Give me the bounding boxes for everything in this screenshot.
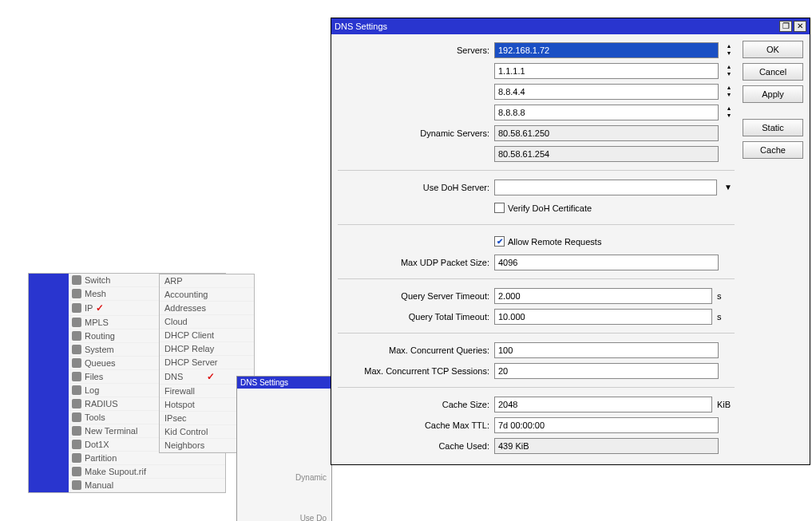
- log-icon: [72, 385, 81, 395]
- cache-max-ttl-input[interactable]: [494, 417, 719, 433]
- kib-unit: KiB: [717, 400, 735, 409]
- form-column: Servers: ▲▼ ▲▼ ▲▼ ▲▼ Dynamic Servers:: [338, 41, 735, 455]
- cache-button[interactable]: Cache: [743, 141, 803, 159]
- separator: [338, 224, 735, 225]
- query-total-timeout-input[interactable]: [494, 309, 712, 325]
- routing-icon: [72, 331, 81, 341]
- close-button[interactable]: ✕: [794, 21, 806, 32]
- red-check-icon: ✓: [96, 302, 104, 314]
- menu-partition[interactable]: Partition: [69, 452, 225, 465]
- ok-button[interactable]: OK: [743, 41, 803, 58]
- manual-icon: [72, 480, 81, 490]
- cancel-button[interactable]: Cancel: [743, 63, 803, 81]
- separator: [338, 278, 735, 279]
- switch-icon: [72, 275, 81, 285]
- bg-left-bluebar: [29, 274, 69, 492]
- titlebar[interactable]: DNS Settings ❐ ✕: [331, 18, 810, 34]
- apply-button[interactable]: Apply: [743, 85, 803, 103]
- restore-icon: ❐: [782, 22, 790, 30]
- mpls-icon: [72, 318, 81, 327]
- verify-doh-label: Verify DoH Certificate: [508, 203, 592, 213]
- cache-size-input[interactable]: [494, 397, 712, 412]
- terminal-icon: [72, 426, 81, 436]
- cache-used-value: [494, 438, 719, 454]
- mesh-icon: [72, 289, 81, 298]
- sub-addresses[interactable]: Addresses: [160, 302, 254, 315]
- restore-button[interactable]: ❐: [779, 21, 792, 32]
- chevron-up-icon: ▲: [723, 43, 735, 50]
- max-concurrent-tcp-label: Max. Concurrent TCP Sessions:: [338, 366, 489, 376]
- query-server-timeout-label: Query Server Timeout:: [338, 291, 489, 301]
- cache-used-label: Cache Used:: [338, 441, 489, 451]
- sub-dhcp-relay[interactable]: DHCP Relay: [160, 342, 254, 356]
- max-concurrent-queries-input[interactable]: [494, 342, 719, 358]
- sub-cloud[interactable]: Cloud: [160, 315, 254, 329]
- chevron-down-icon: ▼: [724, 183, 732, 191]
- chevron-up-icon: ▲: [723, 64, 735, 71]
- sub-accounting[interactable]: Accounting: [160, 288, 254, 302]
- seconds-unit: s: [717, 291, 735, 301]
- dynamic-servers-label: Dynamic Servers:: [338, 128, 489, 138]
- radius-icon: [72, 399, 81, 409]
- background-main-menu: Switch Mesh▸ IP✓▸ MPLS▸ Routing▸ System▸…: [28, 273, 226, 493]
- use-doh-label: Use DoH Server:: [338, 183, 489, 192]
- server-3-spinner[interactable]: ▲▼: [723, 85, 735, 99]
- dynamic-server-1: [494, 125, 719, 141]
- files-icon: [72, 372, 81, 381]
- menu-manual[interactable]: Manual: [69, 479, 225, 492]
- chevron-down-icon: ▼: [723, 71, 735, 78]
- button-column: OK Cancel Apply Static Cache: [743, 41, 803, 455]
- sub-arp[interactable]: ARP: [160, 274, 254, 288]
- separator: [338, 170, 735, 171]
- menu-supout[interactable]: Make Supout.rif: [69, 465, 225, 479]
- server-1-input[interactable]: [494, 42, 719, 58]
- dns-settings-dialog: DNS Settings ❐ ✕ Servers: ▲▼ ▲▼ ▲▼: [331, 18, 810, 465]
- cache-max-ttl-label: Cache Max TTL:: [338, 420, 489, 430]
- bg-usedo-label: Use Do: [242, 514, 327, 521]
- bg-dynamic-label: Dynamic: [242, 473, 327, 482]
- chevron-up-icon: ▲: [723, 105, 735, 112]
- verify-doh-checkbox[interactable]: Verify DoH Certificate: [494, 203, 592, 213]
- chevron-down-icon: ▼: [723, 92, 735, 99]
- system-icon: [72, 345, 81, 354]
- servers-label: Servers:: [338, 45, 489, 55]
- bg-small-dns-dialog: DNS Settings Dynamic Use Do: [236, 376, 332, 521]
- ip-icon: [72, 303, 81, 313]
- checkbox-checked-icon: ✔: [494, 236, 505, 247]
- partition-icon: [72, 453, 81, 463]
- max-concurrent-tcp-input[interactable]: [494, 363, 719, 379]
- chevron-up-icon: ▲: [723, 85, 735, 92]
- server-1-spinner[interactable]: ▲▼: [723, 43, 735, 57]
- server-2-spinner[interactable]: ▲▼: [723, 64, 735, 78]
- tools-icon: [72, 412, 81, 422]
- red-check-icon: ✓: [207, 371, 215, 382]
- checkbox-icon: [494, 203, 505, 213]
- doh-dropdown-arrow[interactable]: ▼: [722, 183, 735, 191]
- bg-small-dns-title: DNS Settings: [237, 377, 331, 389]
- seconds-unit: s: [717, 312, 735, 322]
- window-title: DNS Settings: [335, 22, 779, 31]
- allow-remote-checkbox[interactable]: ✔ Allow Remote Requests: [494, 236, 601, 247]
- allow-remote-label: Allow Remote Requests: [508, 237, 601, 247]
- server-3-input[interactable]: [494, 84, 719, 100]
- server-2-input[interactable]: [494, 63, 719, 79]
- use-doh-input[interactable]: [494, 180, 717, 195]
- query-total-timeout-label: Query Total Timeout:: [338, 312, 489, 322]
- cache-size-label: Cache Size:: [338, 400, 489, 409]
- supout-icon: [72, 467, 81, 476]
- separator: [338, 387, 735, 388]
- server-4-input[interactable]: [494, 105, 719, 120]
- static-button[interactable]: Static: [743, 119, 803, 136]
- chevron-down-icon: ▼: [723, 112, 735, 120]
- sub-dhcp-client[interactable]: DHCP Client: [160, 329, 254, 342]
- server-4-spinner[interactable]: ▲▼: [723, 105, 735, 120]
- chevron-down-icon: ▼: [723, 50, 735, 57]
- queues-icon: [72, 358, 81, 368]
- query-server-timeout-input[interactable]: [494, 288, 712, 304]
- dot1x-icon: [72, 440, 81, 449]
- max-udp-label: Max UDP Packet Size:: [338, 258, 489, 267]
- max-udp-input[interactable]: [494, 255, 719, 270]
- dynamic-server-2: [494, 146, 719, 162]
- sub-dhcp-server[interactable]: DHCP Server: [160, 356, 254, 369]
- close-icon: ✕: [797, 22, 803, 30]
